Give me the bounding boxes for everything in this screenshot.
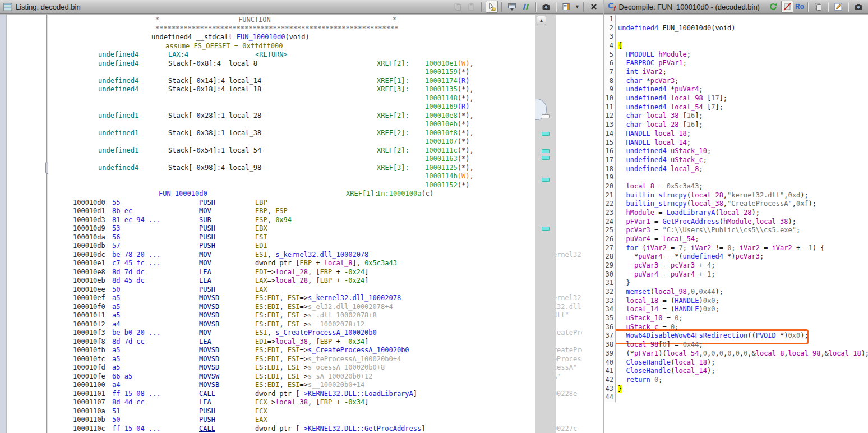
format-fields-icon[interactable] bbox=[506, 1, 518, 13]
listing-row[interactable]: 100010fe66 a5MOVSWES:EDI, ESI=>s_sA_1000… bbox=[48, 372, 582, 381]
listing-row[interactable]: 100010dcbe 78 20 ...MOVESI, s_kernel32.d… bbox=[48, 251, 582, 260]
listing-row[interactable]: ****************************************… bbox=[48, 25, 582, 34]
decompile-line[interactable]: 10 undefined4 local_98 [17]; bbox=[604, 94, 868, 103]
listing-row[interactable]: undefined4Stack[-0x14]:4 local_14XREF[1]… bbox=[48, 77, 582, 86]
decompile-line[interactable]: 40 CloseHandle(local_18); bbox=[604, 358, 868, 367]
decompile-line[interactable]: 7 int iVar2; bbox=[604, 68, 868, 77]
decompile-line[interactable]: 22 builtin_strncpy(local_38,"CreateProce… bbox=[604, 200, 868, 209]
decompile-line[interactable]: 13 char local_28 [16]; bbox=[604, 121, 868, 130]
copy-icon[interactable] bbox=[451, 1, 464, 13]
listing-row[interactable]: 100010ee50PUSHEAX bbox=[48, 285, 582, 294]
decompile-line[interactable]: 3 bbox=[604, 33, 868, 42]
listing-row[interactable]: 1000110b50PUSHEAX bbox=[48, 416, 582, 425]
decompile-line[interactable]: 28 *puVar4 = *(undefined4 *)pcVar3; bbox=[604, 252, 868, 261]
listing-row[interactable]: 100010f0a5MOVSDES:EDI, ESI=>s_el32.dll_1… bbox=[48, 303, 582, 312]
panel-toggle-icon[interactable] bbox=[560, 1, 572, 13]
decompile-line[interactable]: 23 hModule = LoadLibraryA(local_28); bbox=[604, 209, 868, 218]
listing-row[interactable]: 1000110a51PUSHECX bbox=[48, 407, 582, 416]
decompile-line[interactable]: 17 undefined4 uStack_c; bbox=[604, 156, 868, 165]
listing-row[interactable]: undefined1Stack[-0x28]:1 local_28XREF[2]… bbox=[48, 112, 582, 121]
listing-row[interactable]: assume FS_OFFSET = 0xffdff000 bbox=[48, 42, 582, 51]
listing-row[interactable]: 1000110cff 15 04 ...CALLdword ptr [->KER… bbox=[48, 425, 582, 433]
listing-row[interactable]: 100010f88d 7d ccLEAEDI=>local_38, [EBP +… bbox=[48, 338, 582, 347]
listing-row[interactable]: 1000114b(W), bbox=[48, 172, 582, 181]
no-cross-icon[interactable] bbox=[781, 1, 793, 13]
listing-row[interactable]: undefined4Stack[-0x18]:4 local_18XREF[3]… bbox=[48, 85, 582, 94]
change-marker-icon[interactable] bbox=[542, 149, 550, 153]
listing-row[interactable]: 100010e88d 7d dcLEAEDI=>local_28, [EBP +… bbox=[48, 268, 582, 277]
listing-row[interactable]: 100010fda5MOVSDES:EDI, ESI=>s_ocessA_100… bbox=[48, 363, 582, 372]
diff-icon[interactable] bbox=[520, 1, 532, 13]
listing-row[interactable]: 10001163(*) bbox=[48, 155, 582, 164]
scroll-up-icon[interactable]: ▲ bbox=[537, 16, 546, 25]
decompile-line[interactable]: 29 pcVar3 = pcVar3 + 4; bbox=[604, 261, 868, 270]
listing-row[interactable]: 10001100a4MOVSBES:EDI, ESI=>s__100020b0+… bbox=[48, 381, 582, 390]
decompile-line[interactable]: 9 undefined4 *puVar4; bbox=[604, 85, 868, 94]
listing-row[interactable]: 100010db57PUSHEDI bbox=[48, 242, 582, 251]
decompile-line[interactable]: 33 local_18 = (HANDLE)0x0; bbox=[604, 297, 868, 306]
listing-row[interactable]: FUN_100010d0XREF[1]:In:1000100a(c) bbox=[48, 190, 582, 199]
listing-row[interactable]: 10001159(*) bbox=[48, 68, 582, 77]
listing-row[interactable]: 10001107(*) bbox=[48, 137, 582, 146]
decompile-line[interactable]: 1 bbox=[604, 15, 868, 24]
listing-row[interactable]: 10001152(*) bbox=[48, 181, 582, 190]
decompile-line[interactable]: 5 HMODULE hModule; bbox=[604, 50, 868, 59]
listing-row[interactable]: 100010eb(*) bbox=[48, 120, 582, 129]
decompile-line[interactable]: 36 uStack_c = 0; bbox=[604, 323, 868, 332]
decompile-line[interactable]: 4{ bbox=[604, 42, 868, 50]
paste-icon[interactable] bbox=[465, 1, 478, 13]
listing-row[interactable]: undefined1Stack[-0x38]:1 local_38XREF[2]… bbox=[48, 129, 582, 138]
readonly-ro-icon[interactable]: Ro bbox=[795, 3, 804, 11]
listing-row[interactable]: 100010e1c7 45 fc ...MOVdword ptr [EBP + … bbox=[48, 259, 582, 268]
listing-row[interactable]: 100011078d 4d ccLEAECX=>local_38, [EBP +… bbox=[48, 398, 582, 407]
decompile-line[interactable]: 43} bbox=[604, 385, 868, 394]
decompile-line[interactable]: 15 HANDLE local_14; bbox=[604, 139, 868, 148]
decompile-line[interactable]: 38 local_98[0] = 0x44; bbox=[604, 340, 868, 349]
listing-row[interactable]: 100010d18b ecMOVEBP, ESP bbox=[48, 207, 582, 216]
decompile-content[interactable]: 12undefined4 FUN_100010d0(void)34{5 HMOD… bbox=[604, 15, 868, 433]
cursor-tool-icon[interactable] bbox=[486, 1, 498, 13]
decompile-line[interactable]: 32 memset(local_98,0,0x44); bbox=[604, 288, 868, 297]
listing-row[interactable]: 10001101ff 15 08 ...CALLdword ptr [->KER… bbox=[48, 390, 582, 399]
decompile-line[interactable]: 18 undefined4 local_8; bbox=[604, 165, 868, 174]
snapshot-camera-icon[interactable] bbox=[540, 1, 552, 13]
listing-row[interactable]: undefined4 __stdcall FUN_100010d0(void) bbox=[48, 33, 582, 42]
copy-icon[interactable] bbox=[812, 1, 824, 13]
decompile-line[interactable]: 12 char local_38 [16]; bbox=[604, 112, 868, 121]
decompile-line[interactable]: 8 char *pcVar3; bbox=[604, 77, 868, 86]
listing-row[interactable]: 100010da56PUSHESI bbox=[48, 233, 582, 242]
decompile-line[interactable]: 37 Wow64DisableWow64FsRedirection((PVOID… bbox=[604, 331, 868, 340]
close-icon[interactable] bbox=[588, 1, 600, 13]
decompile-line[interactable]: 26 puVar4 = local_54; bbox=[604, 235, 868, 244]
decompile-line[interactable]: 42 return 0; bbox=[604, 376, 868, 385]
decompile-line[interactable]: 14 HANDLE local_18; bbox=[604, 130, 868, 139]
dropdown-arrow-icon[interactable]: ▼ bbox=[575, 4, 580, 10]
listing-row[interactable]: 100010d953PUSHEBX bbox=[48, 224, 582, 233]
decompile-line[interactable]: 11 undefined4 local_54 [7]; bbox=[604, 103, 868, 112]
decompile-line[interactable]: 2undefined4 FUN_100010d0(void) bbox=[604, 24, 868, 33]
decompile-line[interactable]: 21 builtin_strncpy(local_28,"kernel32.dl… bbox=[604, 191, 868, 200]
decompile-line[interactable]: 31 } bbox=[604, 279, 868, 288]
listing-content[interactable]: *FUNCTION*******************************… bbox=[48, 15, 582, 433]
change-marker-icon[interactable] bbox=[542, 132, 550, 136]
listing-row[interactable]: 100010efa5MOVSDES:EDI, ESI=>s_kernel32.d… bbox=[48, 294, 582, 303]
decompile-line[interactable]: 34 local_14 = (HANDLE)0x0; bbox=[604, 305, 868, 314]
decompile-line[interactable]: 25 pcVar3 = "C:\\Users\\Public\\cs5\\cs5… bbox=[604, 226, 868, 235]
decompile-line[interactable]: 27 for (iVar2 = 7; iVar2 != 0; iVar2 = i… bbox=[604, 244, 868, 253]
decompile-line[interactable]: 30 puVar4 = puVar4 + 1; bbox=[604, 270, 868, 279]
listing-row[interactable]: undefined4Stack[-0x8]:4 local_8XREF[2]:1… bbox=[48, 59, 582, 68]
listing-row[interactable]: undefined4EAX:4<RETURN> bbox=[48, 50, 582, 59]
listing-row[interactable]: 100010f2a4MOVSBES:EDI, ESI=>s__10002078+… bbox=[48, 320, 582, 329]
decompile-line[interactable]: 20 local_8 = 0x5c3a43; bbox=[604, 182, 868, 191]
decompile-line[interactable]: 35 uStack_10 = 0; bbox=[604, 314, 868, 323]
refresh-icon[interactable] bbox=[767, 1, 779, 13]
listing-row[interactable]: 100010fba5MOVSDES:EDI, ESI=>s_CreateProc… bbox=[48, 346, 582, 355]
decompile-line[interactable]: 44 bbox=[604, 393, 868, 402]
listing-row[interactable]: 100010f3be b0 20 ...MOVESI, s_CreateProc… bbox=[48, 329, 582, 338]
change-marker-icon[interactable] bbox=[542, 227, 550, 231]
listing-row[interactable]: 100010eb8d 45 dcLEAEAX=>local_28, [EBP +… bbox=[48, 277, 582, 285]
change-marker-icon[interactable] bbox=[542, 114, 550, 118]
listing-row[interactable]: 100010f1a5MOVSDES:EDI, ESI=>s_.dll_10002… bbox=[48, 311, 582, 320]
listing-row[interactable]: undefined1Stack[-0x54]:1 local_54XREF[2]… bbox=[48, 146, 582, 155]
edit-icon[interactable] bbox=[832, 1, 844, 13]
